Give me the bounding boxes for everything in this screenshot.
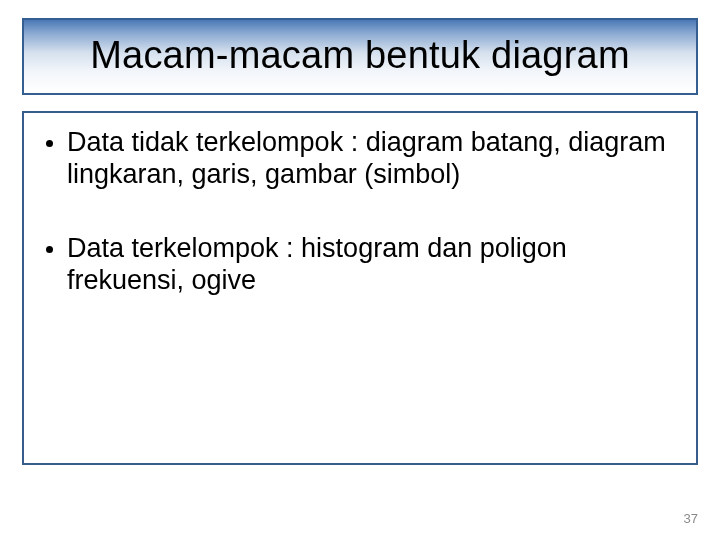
bullet-text: Data tidak terkelompok : diagram batang,… bbox=[67, 127, 674, 191]
bullet-icon bbox=[46, 140, 53, 147]
bullet-icon bbox=[46, 246, 53, 253]
slide-title: Macam-macam bentuk diagram bbox=[34, 34, 686, 77]
list-item: Data terkelompok : histogram dan poligon… bbox=[46, 233, 674, 297]
bullet-text: Data terkelompok : histogram dan poligon… bbox=[67, 233, 674, 297]
title-box: Macam-macam bentuk diagram bbox=[22, 18, 698, 95]
slide: Macam-macam bentuk diagram Data tidak te… bbox=[0, 0, 720, 540]
content-box: Data tidak terkelompok : diagram batang,… bbox=[22, 111, 698, 465]
list-item: Data tidak terkelompok : diagram batang,… bbox=[46, 127, 674, 191]
page-number: 37 bbox=[684, 511, 698, 526]
